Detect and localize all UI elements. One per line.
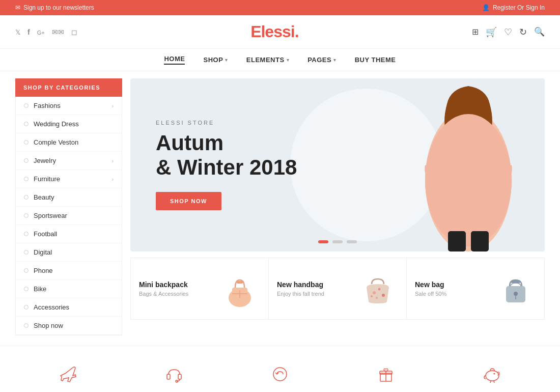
envelope-icon: ✉ xyxy=(15,4,20,11)
sidebar-item-sportswear[interactable]: Sportswear xyxy=(16,207,122,225)
radio-dot xyxy=(24,122,29,126)
product-card-subtitle: Bags & Accessories xyxy=(139,291,188,297)
nav-item-buy-theme[interactable]: BUY THEME xyxy=(355,56,396,64)
slider-dot-3[interactable] xyxy=(347,240,357,243)
chevron-down-icon: ▾ xyxy=(333,58,337,63)
sidebar-list: Fashions › Wedding Dress Comple Veston J… xyxy=(15,97,122,335)
svg-point-10 xyxy=(373,291,376,294)
svg-point-13 xyxy=(376,297,378,299)
sidebar-item-jewelry[interactable]: Jewelry › xyxy=(16,152,122,170)
product-card-image xyxy=(495,268,536,309)
radio-dot xyxy=(24,195,29,200)
product-card-info: New bag Sale off 50% xyxy=(415,281,446,297)
feature-discount: Discount Up to 40% for member xyxy=(439,365,545,392)
chevron-down-icon: ▾ xyxy=(287,58,290,63)
newsletter-text[interactable]: Sign up to our newsletters xyxy=(23,4,94,11)
radio-dot xyxy=(24,268,29,273)
header-action-icons: ⊞ 🛒 ♡ ↻ 🔍 xyxy=(472,26,545,38)
hero-title: Autum & Winter 2018 xyxy=(156,131,297,180)
sidebar-item-digital[interactable]: Digital xyxy=(16,243,122,262)
instagram-icon[interactable]: ◻ xyxy=(71,28,77,36)
sidebar-item-football[interactable]: Football xyxy=(16,225,122,243)
radio-dot xyxy=(24,177,29,181)
hero-banner: ELESSI STORE Autum & Winter 2018 SHOP NO… xyxy=(130,78,545,251)
logo[interactable]: Elessi. xyxy=(250,22,298,41)
main-nav: HOME SHOP ▾ ELEMENTS ▾ PAGES ▾ BUY THEME xyxy=(0,49,560,71)
svg-rect-7 xyxy=(237,281,243,284)
product-card-title: New bag xyxy=(415,281,446,289)
twitter-icon[interactable] xyxy=(15,28,20,36)
cart-icon[interactable]: 🛒 xyxy=(486,26,497,38)
shop-now-button[interactable]: SHOP NOW xyxy=(156,192,221,210)
product-card-info: New handbag Enjoy this fall trend xyxy=(277,281,324,297)
sidebar-item-phone[interactable]: Phone xyxy=(16,262,122,280)
svg-point-26 xyxy=(486,371,499,381)
svg-point-11 xyxy=(378,288,380,290)
sidebar-item-comple-veston[interactable]: Comple Veston xyxy=(16,133,122,152)
compare-icon[interactable]: ↻ xyxy=(519,26,527,38)
top-bar: ✉ Sign up to our newsletters 👤 Register … xyxy=(0,0,560,15)
svg-rect-19 xyxy=(167,374,170,379)
register-text[interactable]: Register Or Sign In xyxy=(493,4,545,11)
slider-dots xyxy=(318,240,357,243)
piggy-bank-icon xyxy=(482,365,501,387)
wishlist-icon[interactable]: ♡ xyxy=(504,26,512,38)
svg-rect-20 xyxy=(178,374,181,379)
newsletter-section[interactable]: ✉ Sign up to our newsletters xyxy=(15,4,94,11)
radio-dot xyxy=(24,158,29,163)
sidebar-item-fashions[interactable]: Fashions › xyxy=(16,97,122,115)
svg-rect-3 xyxy=(448,231,466,251)
product-card-info: Mini backpack Bags & Accessories xyxy=(139,281,188,297)
nav-item-elements[interactable]: ELEMENTS ▾ xyxy=(246,56,289,64)
main-content: SHOP BY CATEGORIES Fashions › Wedding Dr… xyxy=(0,71,560,335)
product-card-new-handbag[interactable]: New handbag Enjoy this fall trend xyxy=(268,258,406,320)
logo-dot: . xyxy=(295,22,299,41)
chevron-right-icon: › xyxy=(111,158,114,164)
svg-rect-4 xyxy=(471,231,489,251)
sidebar-item-bike[interactable]: Bike xyxy=(16,280,122,298)
sidebar-item-wedding-dress[interactable]: Wedding Dress xyxy=(16,115,122,133)
slider-dot-1[interactable] xyxy=(318,240,328,243)
header: ✉ ◻ Elessi. ⊞ 🛒 ♡ ↻ 🔍 xyxy=(0,15,560,49)
product-card-new-bag[interactable]: New bag Sale off 50% xyxy=(406,258,545,320)
feature-payment-secure: Payment Secure We ensure secure payment xyxy=(333,365,439,392)
radio-dot xyxy=(24,323,29,328)
google-plus-icon[interactable] xyxy=(37,28,45,36)
chevron-right-icon: › xyxy=(111,103,114,109)
feature-free-shipping: Free Shipping Free Shipping for all US o… xyxy=(15,365,121,392)
search-icon[interactable]: 🔍 xyxy=(534,26,545,37)
register-section[interactable]: 👤 Register Or Sign In xyxy=(482,4,545,11)
product-card-subtitle: Enjoy this fall trend xyxy=(277,291,324,297)
radio-dot xyxy=(24,213,29,218)
slider-dot-2[interactable] xyxy=(332,240,343,243)
sidebar-item-accessories[interactable]: Accessories xyxy=(16,298,122,317)
svg-point-12 xyxy=(382,294,385,297)
product-card-image xyxy=(357,268,398,309)
nav-item-shop[interactable]: SHOP ▾ xyxy=(203,56,228,64)
nav-item-pages[interactable]: PAGES ▾ xyxy=(307,56,337,64)
product-card-mini-backpack[interactable]: Mini backpack Bags & Accessories xyxy=(130,258,268,320)
chevron-right-icon: › xyxy=(111,176,114,182)
sidebar-item-beauty[interactable]: Beauty xyxy=(16,188,122,207)
feature-support: Support 24/7 We support 24h a day xyxy=(121,365,227,392)
product-card-title: Mini backpack xyxy=(139,281,188,289)
sidebar: SHOP BY CATEGORIES Fashions › Wedding Dr… xyxy=(15,71,122,335)
product-cards: Mini backpack Bags & Accessories xyxy=(130,258,545,320)
nav-item-home[interactable]: HOME xyxy=(164,55,185,65)
radio-dot xyxy=(24,140,29,145)
gift-icon xyxy=(376,365,396,387)
hero-store-label: ELESSI STORE xyxy=(156,120,297,126)
money-back-icon xyxy=(270,365,290,387)
facebook-icon[interactable] xyxy=(27,28,30,36)
chevron-down-icon: ▾ xyxy=(225,58,228,63)
plane-icon xyxy=(59,365,78,387)
user-icon: 👤 xyxy=(482,4,490,11)
svg-point-22 xyxy=(273,368,287,381)
radio-dot xyxy=(24,305,29,310)
features-bar: Free Shipping Free Shipping for all US o… xyxy=(0,346,560,392)
grid-icon[interactable]: ⊞ xyxy=(472,27,479,37)
mail-icon[interactable]: ✉ xyxy=(52,28,64,36)
logo-text: Elessi xyxy=(250,22,295,41)
sidebar-item-shop-now[interactable]: Shop now xyxy=(16,317,122,335)
sidebar-item-furniture[interactable]: Furniture › xyxy=(16,170,122,188)
